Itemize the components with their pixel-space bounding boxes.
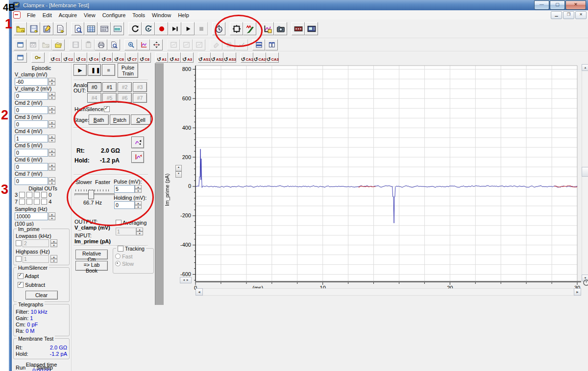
- channel-button-c1[interactable]: ↺C1: [49, 52, 62, 63]
- relative-cm-button[interactable]: Relative Cm: [75, 250, 108, 259]
- pulse-train-button[interactable]: PulseTrain: [118, 63, 138, 78]
- analysis-window-3-button[interactable]: [193, 39, 205, 50]
- stage-cell-button[interactable]: Cell: [131, 115, 151, 125]
- averaging-checkbox[interactable]: [116, 220, 122, 226]
- maximize-icon[interactable]: ▢: [550, 0, 565, 10]
- edit-protocol-button[interactable]: [53, 22, 67, 35]
- timer-button[interactable]: [212, 22, 225, 35]
- close-icon[interactable]: ✕: [565, 0, 586, 10]
- accept-button[interactable]: [235, 39, 248, 50]
- new-analysis-window-button[interactable]: [14, 39, 26, 50]
- param-spinner[interactable]: ▲▼: [49, 177, 55, 185]
- param-input-3[interactable]: [15, 120, 48, 128]
- analog-out-button-2[interactable]: #2: [118, 82, 132, 92]
- analog-out-button-7[interactable]: #7: [133, 93, 147, 103]
- stage-bath-button[interactable]: Bath: [89, 115, 109, 125]
- shrink-scale-button[interactable]: [131, 151, 144, 163]
- channel-button-as2[interactable]: ↺AS2: [211, 52, 223, 63]
- clear-button[interactable]: Clear: [25, 291, 58, 300]
- trace-pager-icons[interactable]: ◄ ►: [180, 277, 192, 283]
- digital-out-checkbox[interactable]: [26, 192, 32, 198]
- tracking-fast-option[interactable]: Fast: [115, 254, 151, 259]
- waveform-preview-button[interactable]: [111, 22, 124, 35]
- holding-input[interactable]: [114, 201, 135, 209]
- full-scale-button[interactable]: [150, 39, 163, 50]
- erase-button[interactable]: [210, 39, 222, 50]
- sequencer-button[interactable]: [98, 22, 111, 35]
- snapshot-button[interactable]: [274, 22, 287, 35]
- param-input-6[interactable]: [15, 163, 48, 171]
- child-minimize-icon[interactable]: ▁: [551, 11, 562, 19]
- sampling-input[interactable]: [15, 212, 48, 220]
- digital-out-checkbox[interactable]: [26, 199, 32, 205]
- slow-radio[interactable]: [115, 261, 121, 266]
- stage-patch-button[interactable]: Patch: [110, 115, 130, 125]
- digital-out-checkbox[interactable]: [34, 192, 40, 198]
- print-preview-button[interactable]: [107, 39, 120, 50]
- seal-test-button[interactable]: [243, 22, 256, 35]
- menu-view[interactable]: View: [80, 11, 99, 19]
- highpass-input[interactable]: [23, 255, 49, 263]
- channel-button-a3[interactable]: ↺A3: [181, 52, 194, 63]
- digital-out-checkbox[interactable]: [19, 199, 25, 205]
- pulse-spinner[interactable]: ▲▼: [135, 185, 142, 193]
- channel-button-ca2[interactable]: ↺CA2: [253, 52, 266, 63]
- highpass-spinner[interactable]: ▲▼: [50, 255, 57, 263]
- param-input-7[interactable]: [15, 177, 48, 185]
- channel-button-c3[interactable]: ↺C3: [74, 52, 87, 63]
- channel-button-c8[interactable]: ↺C8: [138, 52, 151, 63]
- analog-out-button-5[interactable]: #5: [102, 93, 117, 103]
- menu-file[interactable]: File: [24, 11, 39, 19]
- unattended-record-button[interactable]: [168, 22, 181, 35]
- param-input-2[interactable]: [15, 106, 48, 114]
- holding-spinner[interactable]: ▲▼: [135, 201, 142, 209]
- child-close-icon[interactable]: ✕: [575, 11, 587, 19]
- digital-out-checkbox[interactable]: [19, 192, 25, 198]
- sampling-spinner[interactable]: ▲▼: [49, 212, 55, 220]
- lowpass-input[interactable]: [23, 239, 49, 247]
- open-protocol-button[interactable]: [14, 22, 27, 35]
- param-spinner[interactable]: ▲▼: [49, 163, 55, 171]
- save-display-button[interactable]: [261, 22, 274, 35]
- record-button[interactable]: [155, 22, 168, 35]
- expand-scale-button[interactable]: [131, 137, 144, 148]
- tile-horizontal-button[interactable]: [252, 39, 265, 50]
- subtract-checkbox[interactable]: [18, 282, 24, 288]
- view-only-play-button[interactable]: [181, 22, 195, 35]
- signal-keys-button[interactable]: [31, 52, 45, 63]
- pause-button[interactable]: ❚❚: [88, 64, 101, 76]
- analog-out-button-0[interactable]: #0: [87, 82, 101, 92]
- channel-button-c2[interactable]: ↺C2: [62, 52, 74, 63]
- save-protocol-as-button[interactable]: [40, 22, 53, 35]
- analysis-window-1-button[interactable]: [167, 39, 180, 50]
- param-input-1[interactable]: [15, 92, 48, 100]
- channel-button-a1[interactable]: ↺A1: [155, 52, 168, 63]
- lab-book-button[interactable]: => Lab Book: [75, 261, 108, 271]
- menu-window[interactable]: Window: [148, 11, 174, 19]
- pane-splitter[interactable]: [155, 63, 165, 305]
- y-scale-spinner[interactable]: ▲▼: [175, 165, 182, 178]
- param-spinner[interactable]: ▲▼: [49, 106, 55, 114]
- save-protocol-button[interactable]: [27, 22, 40, 35]
- scroll-up-icon[interactable]: ▲: [582, 64, 588, 71]
- highpass-checkbox[interactable]: [16, 256, 22, 262]
- stop-button[interactable]: [195, 22, 208, 35]
- save-data-button[interactable]: [69, 39, 82, 50]
- lowpass-checkbox[interactable]: [16, 240, 22, 246]
- lab-book-open-button[interactable]: [84, 22, 98, 35]
- param-spinner[interactable]: ▲▼: [49, 149, 55, 157]
- scroll-right-icon[interactable]: ►: [574, 288, 581, 296]
- channel-button-as1[interactable]: ↺AS1: [198, 52, 211, 63]
- channel-button-c6[interactable]: ↺C6: [113, 52, 125, 63]
- adapt-checkbox[interactable]: [18, 273, 24, 279]
- channel-button-a2[interactable]: ↺A2: [168, 52, 181, 63]
- analog-out-button-3[interactable]: #3: [133, 82, 147, 92]
- tracking-checkbox[interactable]: [118, 246, 123, 252]
- param-input-4[interactable]: [15, 135, 48, 142]
- minimize-icon[interactable]: —: [534, 0, 549, 10]
- menu-tools[interactable]: Tools: [129, 11, 148, 19]
- tile-vertical-button[interactable]: [265, 39, 278, 50]
- open-data-button[interactable]: [39, 39, 52, 50]
- channel-button-ca1[interactable]: ↺CA1: [241, 52, 253, 63]
- humsilencer-checkbox[interactable]: [104, 106, 110, 112]
